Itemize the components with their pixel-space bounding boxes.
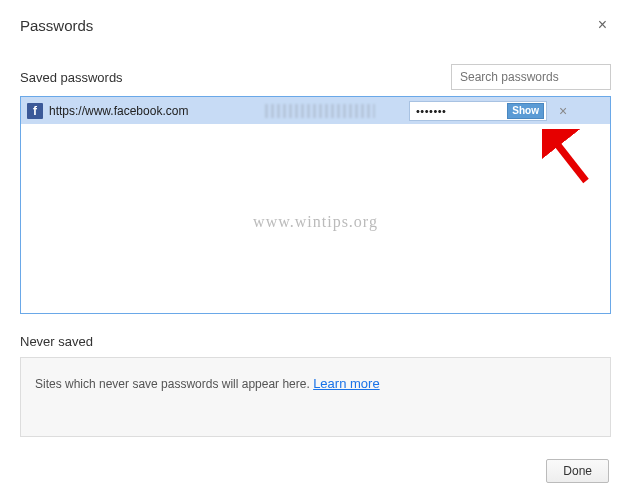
saved-passwords-panel: f https://www.facebook.com ••••••• Show … [20,96,611,314]
remove-row-icon[interactable]: × [559,103,567,119]
svg-line-1 [550,135,586,181]
facebook-icon: f [27,103,43,119]
password-row[interactable]: f https://www.facebook.com ••••••• Show … [21,97,610,124]
never-saved-label: Never saved [20,334,611,349]
red-arrow-annotation [542,129,592,187]
learn-more-link[interactable]: Learn more [313,376,379,391]
username-blurred [265,104,375,118]
page-title: Passwords [20,17,93,34]
never-saved-panel: Sites which never save passwords will ap… [20,357,611,437]
password-mask: ••••••• [416,105,446,117]
never-saved-text: Sites which never save passwords will ap… [35,377,313,391]
close-icon[interactable]: × [594,14,611,36]
search-input[interactable] [451,64,611,90]
password-field[interactable]: ••••••• Show [409,101,547,121]
done-button[interactable]: Done [546,459,609,483]
saved-passwords-label: Saved passwords [20,70,123,85]
watermark-text: www.wintips.org [253,213,378,231]
show-button[interactable]: Show [507,103,544,119]
site-url: https://www.facebook.com [49,104,259,118]
